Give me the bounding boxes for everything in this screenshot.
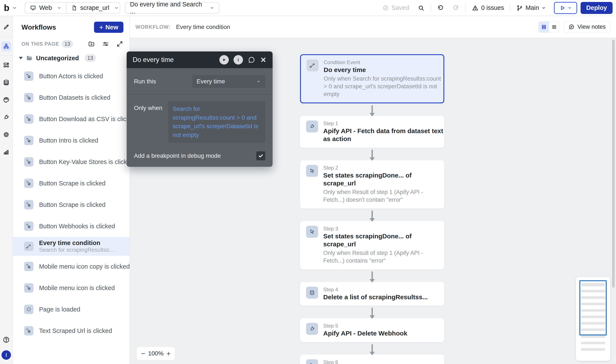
workflow-list-item[interactable]: Mobile menu icon is clicked	[13, 277, 129, 299]
workflow-list-item[interactable]: Button Download as CSV is clicked	[13, 108, 129, 130]
zoom-level: 100%	[148, 350, 164, 357]
flow-arrow-down-icon	[371, 208, 373, 221]
new-workflow-button[interactable]: + New	[94, 22, 124, 33]
help-icon[interactable]	[1, 335, 11, 345]
workflow-list-item[interactable]: Button Webhooks is clicked	[13, 215, 129, 237]
context-switcher: Web scrape_url	[25, 2, 120, 14]
zoom-out-button[interactable]: −	[141, 350, 145, 357]
workflow-list-item[interactable]: Button Scrape is clicked	[13, 194, 129, 215]
chevron-down-icon	[568, 6, 572, 10]
minimap-viewport[interactable]	[579, 280, 607, 336]
platform-dropdown[interactable]: Web	[25, 2, 66, 13]
workflow-list-item[interactable]: Button Datasets is clicked	[13, 87, 129, 108]
condition-event-card[interactable]: Condition Event Do every time Only when …	[300, 54, 444, 103]
popup-divider	[127, 94, 273, 95]
click-event-icon	[24, 326, 33, 336]
close-icon[interactable]	[260, 57, 267, 63]
divider	[465, 4, 466, 12]
undo-button[interactable]	[433, 4, 448, 11]
search-button[interactable]	[413, 4, 429, 11]
canvas-zoom-control: − 100% +	[137, 347, 175, 360]
cursor-action-icon	[306, 359, 318, 364]
workflow-list-item-selected[interactable]: Every time condition Search for scraping…	[13, 237, 129, 256]
folder-count-badge: 13	[84, 54, 96, 62]
click-event-icon	[24, 157, 33, 167]
styles-palette-icon[interactable]	[1, 95, 11, 105]
bubble-logo[interactable]: b	[4, 3, 9, 13]
popup-header[interactable]: Do every time	[127, 52, 273, 68]
divider	[431, 4, 431, 12]
search-icon	[418, 4, 424, 11]
page-dropdown[interactable]: scrape_url	[66, 2, 120, 13]
view-notes-button[interactable]: View notes	[564, 22, 610, 32]
list-view-icon	[551, 24, 557, 30]
workflow-list-item[interactable]: Text Scraped Url is clicked	[13, 320, 129, 341]
folder-group-uncategorized[interactable]: Uncategorized 13	[13, 50, 129, 65]
card-view-toggle[interactable]	[539, 22, 549, 32]
platform-label: Web	[39, 4, 52, 11]
rail-divider	[0, 55, 13, 56]
plugins-plug-icon[interactable]	[1, 112, 11, 122]
workflow-prefix-label: WORKFLOW:	[136, 24, 170, 30]
only-when-label: Only when	[134, 104, 162, 111]
logs-chart-icon[interactable]	[1, 147, 11, 157]
event-property-editor: Do every time Run this Eve	[127, 52, 273, 167]
redo-button[interactable]	[448, 4, 464, 11]
only-when-expression[interactable]: Search for scrapingResultss:count > 0 an…	[168, 101, 265, 143]
canvas-header: WORKFLOW: Every time condition	[130, 16, 616, 38]
zoom-in-button[interactable]: +	[166, 350, 171, 357]
step-card[interactable]: Step 4 Delete a list of scrapingResultss…	[300, 282, 444, 306]
database-icon	[306, 286, 318, 299]
breakpoint-label: Add a breakpoint in debug mode	[134, 152, 221, 159]
deploy-button[interactable]: Deploy	[581, 2, 613, 14]
issues-label: 0 issues	[481, 4, 504, 11]
database-icon[interactable]	[1, 78, 11, 88]
rail-divider	[0, 37, 13, 37]
run-this-dropdown[interactable]: Every time	[192, 75, 265, 88]
list-view-toggle[interactable]	[549, 22, 559, 32]
workflow-list-item[interactable]: Button Scrape is clicked	[13, 173, 129, 194]
expand-icon[interactable]	[116, 40, 123, 48]
workflow-tab-icon[interactable]	[1, 41, 11, 51]
step-card[interactable]: Step 5 Apify API - Delete Webhook	[300, 318, 444, 342]
workflow-step-chain: Condition Event Do every time Only when …	[300, 54, 444, 364]
caret-down-icon	[19, 57, 23, 59]
condition-event-icon	[306, 59, 318, 71]
workflow-list-item[interactable]: Mobile menu icon copy is clicked	[13, 256, 129, 277]
settings-gear-icon[interactable]	[1, 130, 11, 140]
click-event-icon	[24, 71, 33, 81]
git-branch-icon	[516, 5, 523, 11]
click-event-icon	[24, 200, 33, 209]
preview-run-button[interactable]	[554, 2, 577, 14]
warning-triangle-icon	[472, 4, 479, 11]
workflow-list-item[interactable]: Button Key-Value Stores is clicked	[13, 151, 129, 173]
workflow-selector-dropdown[interactable]: Do every time and Search ...	[125, 2, 219, 14]
branch-dropdown[interactable]: Main	[512, 4, 550, 11]
folder-plus-icon[interactable]	[88, 40, 95, 48]
breakpoint-checkbox[interactable]	[256, 151, 265, 160]
step-card[interactable]: Step 1 Apify API - Fetch data from datas…	[300, 116, 444, 148]
workflow-list-item[interactable]: Button Intro is clicked	[13, 130, 129, 151]
info-icon[interactable]	[233, 55, 243, 65]
workflow-list-item[interactable]: Button Actors is clicked	[13, 65, 129, 87]
flow-arrow-down-icon	[371, 270, 373, 282]
step-card[interactable]: Step 3 Set states scrapingDone... of scr…	[300, 221, 444, 270]
components-icon[interactable]	[1, 60, 11, 70]
flow-arrow-down-icon	[371, 306, 373, 318]
comment-icon[interactable]	[248, 56, 255, 64]
view-mode-switch	[539, 22, 559, 32]
filter-sliders-icon[interactable]	[102, 40, 109, 48]
note-bubble-icon	[568, 24, 575, 30]
design-pencil-icon[interactable]	[1, 22, 11, 32]
canvas-scrollbar[interactable]	[612, 40, 615, 288]
plugin-plug-icon	[306, 120, 318, 132]
issues-indicator[interactable]: 0 issues	[467, 4, 508, 11]
workflow-list-item[interactable]: Page is loaded	[13, 299, 129, 320]
canvas-minimap[interactable]	[576, 277, 610, 361]
step-card[interactable]: Step 6 Set states scraperWebhookId... of…	[300, 355, 444, 364]
logo-chevron-down-icon[interactable]	[12, 6, 17, 10]
saved-label: Saved	[392, 4, 409, 11]
step-card[interactable]: Step 2 Set states scrapingDone... of scr…	[300, 160, 444, 208]
run-test-icon[interactable]	[219, 55, 229, 65]
user-avatar[interactable]: I	[1, 350, 11, 360]
